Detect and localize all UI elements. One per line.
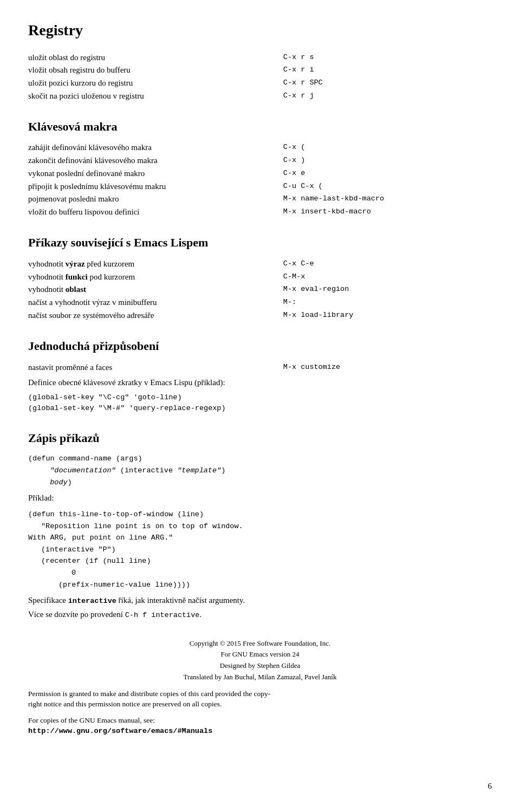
table-row: připojit k poslednímu klávesovému makru … (28, 180, 492, 193)
table-row: načíst soubor ze systémového adresáře M-… (28, 309, 492, 322)
zapis-section: (defun command-name (args) "documentatio… (28, 453, 492, 620)
makra-label-6: vložit do bufferu lispovou definici (28, 206, 283, 219)
table-row: vyhodnotit oblast M-x eval-region (28, 283, 492, 296)
footer-line-3: Designed by Stephen Gildea (28, 660, 492, 672)
footer-url: http://www.gnu.org/software/emacs/#Manua… (28, 725, 492, 737)
lisp-cmd-5: M-x load-library (283, 309, 492, 322)
priklad-line-4: (interactive "P") (41, 544, 492, 556)
footer-permission: Permission is granted to make and distri… (28, 688, 492, 710)
spec-before-1: Specifikace (28, 596, 68, 605)
spec-after-2: . (199, 610, 202, 619)
makra-cmd-2: C-x ) (283, 154, 492, 167)
table-row: zahájit definování klávesového makra C-x… (28, 141, 492, 154)
makra-label-2: zakončit definování klávesového makra (28, 154, 283, 167)
footer-center: Copyright © 2015 Free Software Foundatio… (28, 638, 492, 683)
priklad-line-7: (prefix-numeric-value line)))) (58, 579, 492, 591)
lisp-label-1-before: vyhodnotit (28, 259, 66, 268)
lisp-label-3-bold: oblast (66, 285, 86, 294)
table-row: nastavit proměnné a faces M-x customize (28, 361, 492, 374)
registry-section: uložit oblast do registru C-x r s vložit… (28, 51, 492, 103)
priklad-line-2: "Reposition line point is on to top of w… (41, 521, 492, 532)
makra-cmd-6: M-x insert-kbd-macro (283, 206, 492, 219)
definice-text: Definice obecné klávesové zkratky v Emac… (28, 377, 492, 389)
table-row: vyhodnotit funkci pod kurzorem C-M-x (28, 271, 492, 284)
lisp-label-3: vyhodnotit oblast (28, 283, 283, 296)
table-row: načíst a vyhodnotit výraz v minibufferu … (28, 296, 492, 309)
makra-cmd-4: C-u C-x ( (283, 180, 492, 193)
makra-cmd-5: M-x name-last-kbd-macro (283, 193, 492, 206)
footer-line-4: Translated by Jan Buchal, Milan Zamazal,… (28, 672, 492, 683)
lisp-cmd-3: M-x eval-region (283, 283, 492, 296)
klavesova-makra-section: zahájit definování klávesového makra C-x… (28, 141, 492, 219)
def-line-2: "documentation" (interactive "template") (41, 465, 492, 477)
table-row: vložit obsah registru do bufferu C-x r i (28, 64, 492, 77)
jednoducha-table: nastavit proměnné a faces M-x customize (28, 361, 492, 374)
prikazy-lisp-heading: Příkazy související s Emacs Lispem (28, 234, 492, 251)
spec-bold-1: interactive (68, 597, 116, 605)
lisp-label-1: vyhodnotit výraz před kurzorem (28, 258, 283, 271)
permission-line-1: Permission is granted to make and distri… (28, 688, 492, 699)
table-row: zakončit definování klávesového makra C-… (28, 154, 492, 167)
registry-label-1: uložit oblast do registru (28, 51, 283, 64)
table-row: pojmenovat poslední makro M-x name-last-… (28, 193, 492, 206)
page-number: 6 (488, 781, 492, 792)
makra-cmd-1: C-x ( (283, 141, 492, 154)
lisp-label-2-after: pod kurzorem (88, 272, 135, 281)
registry-label-3: uložit pozici kurzoru do registru (28, 77, 283, 90)
jednoducha-cmd-1: M-x customize (283, 361, 492, 374)
jednoducha-section: nastavit proměnné a faces M-x customize … (28, 361, 492, 414)
spec-code-2: C-h f interactive (125, 611, 200, 619)
registry-cmd-1: C-x r s (283, 51, 492, 64)
klavesova-makra-heading: Klávesová makra (28, 118, 492, 135)
lisp-cmd-4: M-: (283, 296, 492, 309)
lisp-cmd-1: C-x C-e (283, 258, 492, 271)
jednoducha-label-1: nastavit proměnné a faces (28, 361, 283, 374)
prikazy-lisp-table: vyhodnotit výraz před kurzorem C-x C-e v… (28, 258, 492, 322)
footer-line-1: Copyright © 2015 Free Software Foundatio… (28, 638, 492, 649)
makra-label-5: pojmenovat poslední makro (28, 193, 283, 206)
def-line-1: (defun command-name (args) (28, 453, 492, 465)
table-row: vykonat poslední definované makro C-x e (28, 167, 492, 180)
jednoducha-code: (global-set-key "\C-cg" 'goto-line) (glo… (28, 392, 492, 414)
permission-line-2: right notice and this permission notice … (28, 699, 492, 710)
makra-label-3: vykonat poslední definované makro (28, 167, 283, 180)
lisp-label-2-bold: funkci (66, 272, 88, 281)
makra-label-4: připojit k poslednímu klávesovému makru (28, 180, 283, 193)
priklad-label: Příklad: (28, 492, 492, 504)
lisp-label-1-after: před kurzorem (85, 259, 135, 268)
code-line-1: (global-set-key "\C-cg" 'goto-line) (28, 392, 492, 403)
lisp-label-3-before: vyhodnotit (28, 285, 66, 294)
lisp-label-2-before: vyhodnotit (28, 272, 66, 281)
footer-copies: For copies of the GNU Emacs manual, see:… (28, 715, 492, 737)
spec-before-2: Více se dozvíte po provedení (28, 610, 125, 619)
lisp-cmd-2: C-M-x (283, 271, 492, 284)
table-row: uložit pozici kurzoru do registru C-x r … (28, 77, 492, 90)
priklad-code: (defun this-line-to-top-of-window (line)… (28, 509, 492, 590)
klavesova-makra-table: zahájit definování klávesového makra C-x… (28, 141, 492, 219)
def-block: (defun command-name (args) "documentatio… (28, 453, 492, 488)
table-row: vyhodnotit výraz před kurzorem C-x C-e (28, 258, 492, 271)
lisp-label-2: vyhodnotit funkci pod kurzorem (28, 271, 283, 284)
spec-after-1: říká, jak interaktivně načíst argumenty. (116, 596, 245, 605)
makra-cmd-3: C-x e (283, 167, 492, 180)
code-line-2: (global-set-key "\M-#" 'query-replace-re… (28, 403, 492, 414)
def-line-3: body) (41, 477, 492, 489)
registry-label-2: vložit obsah registru do bufferu (28, 64, 283, 77)
makra-label-1: zahájit definování klávesového makra (28, 141, 283, 154)
lisp-label-5: načíst soubor ze systémového adresáře (28, 309, 283, 322)
priklad-line-6: 0 (72, 567, 492, 579)
jednoducha-heading: Jednoduchá přizpůsobení (28, 337, 492, 355)
registry-label-4: skočit na pozici uloženou v registru (28, 90, 283, 103)
table-row: uložit oblast do registru C-x r s (28, 51, 492, 64)
footer-url-text[interactable]: http://www.gnu.org/software/emacs/#Manua… (28, 727, 212, 735)
zapis-heading: Zápis příkazů (28, 430, 492, 447)
footer-line-2: For GNU Emacs version 24 (28, 649, 492, 660)
table-row: skočit na pozici uloženou v registru C-x… (28, 90, 492, 103)
priklad-line-3: With ARG, put point on line ARG." (28, 532, 492, 544)
lisp-label-4: načíst a vyhodnotit výraz v minibufferu (28, 296, 283, 309)
prikazy-lisp-section: vyhodnotit výraz před kurzorem C-x C-e v… (28, 258, 492, 322)
priklad-line-5: (recenter (if (null line) (41, 555, 492, 567)
registry-cmd-2: C-x r i (283, 64, 492, 77)
spec-text-1: Specifikace interactive říká, jak intera… (28, 595, 492, 607)
copies-label: For copies of the GNU Emacs manual, see: (28, 715, 492, 726)
